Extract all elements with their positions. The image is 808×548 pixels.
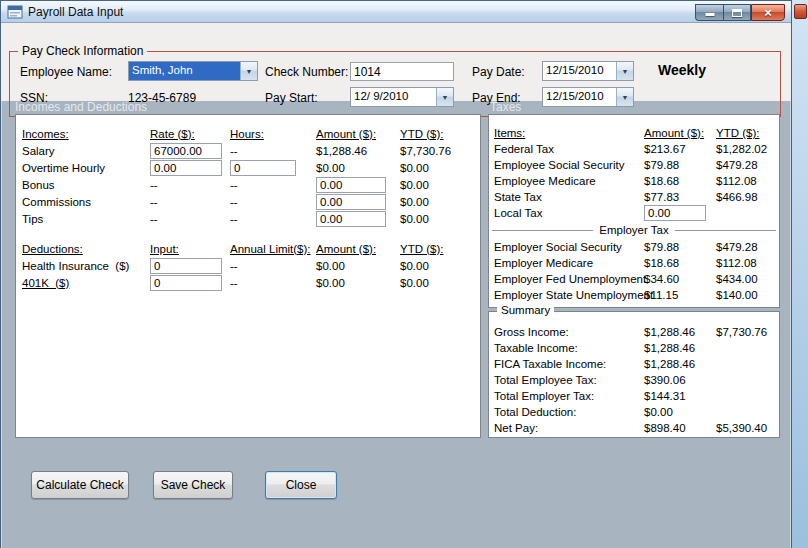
income-rate-cell — [150, 160, 230, 176]
income-ytd: $0.00 — [400, 162, 480, 174]
summary-label-text: Total Employer Tax: — [494, 390, 644, 402]
income-label: Commissions — [22, 196, 150, 208]
summary-label-text: Gross Income: — [494, 326, 644, 338]
deduction-limit: -- — [230, 260, 316, 272]
tax-label: Employer Social Security — [494, 241, 644, 253]
close-button[interactable]: × — [751, 4, 785, 21]
maximize-button[interactable] — [723, 4, 751, 21]
items-header: Items: — [494, 127, 644, 139]
tax-label: Employer State Unemployment — [494, 289, 644, 301]
health-insurance-input[interactable] — [150, 258, 222, 274]
tax-row-employee-social-security: Employee Social Security $79.88 $479.28 — [489, 157, 779, 173]
tax-row-employer-medicare: Employer Medicare $18.68 $112.08 — [489, 255, 779, 271]
amount-header: Amount ($): — [644, 127, 716, 139]
tax-amount: $11.15 — [644, 289, 716, 301]
pay-date-value: 12/15/2010 — [543, 62, 616, 80]
tax-label: Employer Medicare — [494, 257, 644, 269]
income-rate-cell — [150, 143, 230, 159]
tax-row-employer-state-unemployment: Employer State Unemployment $11.15 $140.… — [489, 287, 779, 303]
tax-label: Employer Fed Unemployment — [494, 273, 644, 285]
income-rate: -- — [150, 179, 230, 191]
titlebar[interactable]: Payroll Data Input × — [1, 1, 791, 23]
tax-row-local: Local Tax — [489, 205, 779, 221]
deduction-input-cell — [150, 258, 230, 274]
spacer — [16, 227, 480, 240]
ytd-header: YTD ($): — [716, 127, 779, 139]
tax-label: Local Tax — [494, 207, 644, 219]
paycheck-group-label: Pay Check Information — [18, 44, 147, 58]
maximize-icon — [732, 9, 742, 17]
income-amount: $1,288.46 — [316, 145, 400, 157]
income-hours: -- — [230, 196, 316, 208]
pay-end-value: 12/15/2010 — [543, 88, 616, 106]
bonus-amount-input[interactable] — [316, 177, 386, 193]
close-icon: × — [752, 5, 784, 19]
income-rate: -- — [150, 213, 230, 225]
employee-name-label: Employee Name: — [20, 65, 112, 79]
taxes-section-label: Taxes — [490, 100, 521, 114]
tax-label: State Tax — [494, 191, 644, 203]
amount-header: Amount ($): — [316, 243, 400, 255]
dropdown-arrow-icon[interactable]: ▼ — [616, 62, 633, 80]
income-ytd: $0.00 — [400, 179, 480, 191]
summary-row-gross-income: Gross Income: $1,288.46 $7,730.76 — [489, 324, 779, 340]
income-ytd: $0.00 — [400, 196, 480, 208]
deduction-ytd: $0.00 — [400, 260, 480, 272]
pay-start-label: Pay Start: — [265, 91, 318, 105]
app-icon[interactable] — [7, 4, 23, 20]
tax-amount: $79.88 — [644, 241, 716, 253]
incomes-deductions-section-label: Incomes and Deductions — [15, 100, 147, 114]
incomes-header-row: Incomes: Rate ($): Hours: Amount ($): YT… — [16, 125, 480, 142]
tax-row-employee-medicare: Employee Medicare $18.68 $112.08 — [489, 173, 779, 189]
deduction-row-401k: 401K ($) -- $0.00 $0.00 — [16, 274, 480, 291]
tax-amount: $18.68 — [644, 257, 716, 269]
commissions-amount-input[interactable] — [316, 194, 386, 210]
pay-end-picker[interactable]: 12/15/2010 ▼ — [542, 87, 634, 107]
income-hours: -- — [230, 145, 316, 157]
deduction-limit: -- — [230, 277, 316, 289]
taxes-panel: Items: Amount ($): YTD ($): Federal Tax … — [488, 114, 780, 308]
income-row-overtime: Overtime Hourly $0.00 $0.00 — [16, 159, 480, 176]
minimize-icon — [705, 13, 714, 16]
local-tax-input[interactable] — [644, 205, 706, 221]
deduction-label: Health Insurance ($) — [22, 260, 150, 272]
pay-date-picker[interactable]: 12/15/2010 ▼ — [542, 61, 634, 81]
tax-label: Employee Medicare — [494, 175, 644, 187]
check-number-input[interactable] — [350, 62, 454, 81]
dropdown-arrow-icon[interactable]: ▼ — [240, 62, 257, 80]
summary-group-label: Summary — [497, 304, 554, 316]
employee-name-select[interactable]: Smith, John ▼ — [128, 61, 258, 81]
tax-ytd: $479.28 — [716, 159, 779, 171]
check-number-label: Check Number: — [265, 65, 348, 79]
dropdown-arrow-icon[interactable]: ▼ — [616, 88, 633, 106]
summary-ytd: $5,390.40 — [716, 422, 779, 434]
overtime-rate-input[interactable] — [150, 160, 222, 176]
calculate-check-button[interactable]: Calculate Check — [31, 471, 129, 499]
retirement-401k-link[interactable]: 401K ($) — [22, 277, 150, 289]
tax-row-employer-social-security: Employer Social Security $79.88 $479.28 — [489, 239, 779, 255]
save-check-button[interactable]: Save Check — [153, 471, 233, 499]
annual-limit-header: Annual Limit($): — [230, 243, 316, 255]
salary-rate-input[interactable] — [150, 143, 222, 159]
close-window-button[interactable]: Close — [265, 471, 337, 499]
overtime-hours-input[interactable] — [230, 160, 296, 176]
tax-label: Employee Social Security — [494, 159, 644, 171]
summary-row-fica-taxable-income: FICA Taxable Income: $1,288.46 — [489, 356, 779, 372]
summary-row-net-pay: Net Pay: $898.40 $5,390.40 — [489, 420, 779, 436]
tips-amount-input[interactable] — [316, 211, 386, 227]
deduction-row-health-insurance: Health Insurance ($) -- $0.00 $0.00 — [16, 257, 480, 274]
summary-label-text: FICA Taxable Income: — [494, 358, 644, 370]
tax-ytd: $112.08 — [716, 257, 779, 269]
pay-start-value: 12/ 9/2010 — [351, 88, 436, 106]
income-row-salary: Salary -- $1,288.46 $7,730.76 — [16, 142, 480, 159]
pay-start-picker[interactable]: 12/ 9/2010 ▼ — [350, 87, 454, 107]
input-header: Input: — [150, 243, 230, 255]
dropdown-arrow-icon[interactable]: ▼ — [436, 88, 453, 106]
retirement-401k-input[interactable] — [150, 275, 222, 291]
summary-amount: $0.00 — [644, 406, 716, 418]
minimize-button[interactable] — [695, 4, 723, 21]
amount-header: Amount ($): — [316, 128, 400, 140]
deductions-header-row: Deductions: Input: Annual Limit($): Amou… — [16, 240, 480, 257]
summary-label-text: Total Deduction: — [494, 406, 644, 418]
tax-ytd: $1,282.02 — [716, 143, 779, 155]
